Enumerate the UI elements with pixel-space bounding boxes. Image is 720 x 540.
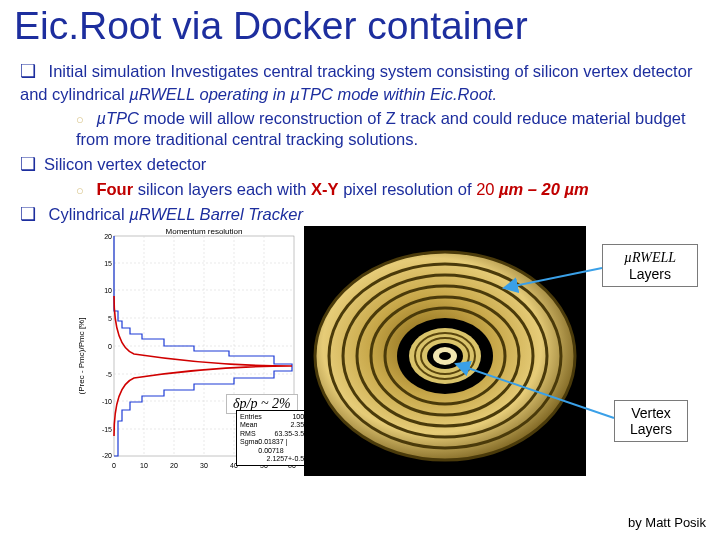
bullet-1: Initial simulation Investigates central … <box>20 60 704 106</box>
text: mode will allow reconstruction of Z trac… <box>76 109 686 149</box>
slide-title: Eic.Root via Docker container <box>14 4 528 48</box>
vertex-layers-label: Vertex Layers <box>614 400 688 442</box>
svg-text:0: 0 <box>108 343 112 350</box>
text-val: 20 <box>476 180 499 198</box>
text-xy: X-Y <box>311 180 339 198</box>
svg-text:-15: -15 <box>102 426 112 433</box>
svg-line-47 <box>456 364 614 418</box>
text-unit: µm – 20 µm <box>499 180 589 198</box>
legend-k: Sgma <box>240 438 258 455</box>
legend-k: Entries <box>240 413 262 421</box>
svg-text:Momentum resolution: Momentum resolution <box>166 227 243 236</box>
svg-text:(Prec - Pmc)/Pmc [%]: (Prec - Pmc)/Pmc [%] <box>77 318 86 395</box>
arrow-rwell <box>500 264 610 294</box>
bullet-2-sub: Four silicon layers each with X-Y pixel … <box>76 179 704 201</box>
text: Layers <box>630 421 672 437</box>
text: silicon layers each with <box>133 180 311 198</box>
author-credit: by Matt Posik <box>628 515 706 530</box>
bullet-2: Silicon vertex detector <box>20 153 704 177</box>
legend-v: 2.1257+-0.54 <box>267 455 308 463</box>
svg-text:20: 20 <box>170 462 178 469</box>
text: µTPC <box>96 109 139 127</box>
svg-text:10: 10 <box>140 462 148 469</box>
svg-text:15: 15 <box>104 260 112 267</box>
bullet-1-sub: µTPC mode will allow reconstruction of Z… <box>76 108 704 152</box>
text: Layers <box>629 266 671 282</box>
text: µTPC mode within Eic.Root. <box>290 85 497 103</box>
text: pixel resolution of <box>339 180 477 198</box>
svg-text:10: 10 <box>104 287 112 294</box>
svg-text:30: 30 <box>200 462 208 469</box>
rwell-layers-label: µRWELL Layers <box>602 244 698 287</box>
text: µRWELL Barrel Tracker <box>129 205 303 223</box>
text: Cylindrical <box>49 205 130 223</box>
text: µRWELL operating in <box>129 85 290 103</box>
svg-text:-5: -5 <box>106 371 112 378</box>
legend-v: 63.35-3.50 <box>275 430 308 438</box>
svg-line-46 <box>504 268 602 288</box>
svg-text:20: 20 <box>104 233 112 240</box>
legend-k: Mean <box>240 421 258 429</box>
svg-text:-10: -10 <box>102 398 112 405</box>
text: Vertex <box>631 405 671 421</box>
bullet-3: Cylindrical µRWELL Barrel Tracker <box>20 203 704 227</box>
legend-v: 0.01837 | 0.00718 <box>258 438 308 455</box>
arrow-vertex <box>450 358 620 428</box>
text-four: Four <box>96 180 133 198</box>
text: µRWELL <box>624 250 676 265</box>
legend-k: RMS <box>240 430 256 438</box>
fit-legend: Entries1000 Mean2.351 RMS63.35-3.50 Sgma… <box>236 410 312 466</box>
svg-text:5: 5 <box>108 315 112 322</box>
svg-text:0: 0 <box>112 462 116 469</box>
bullet-list: Initial simulation Investigates central … <box>20 60 704 228</box>
svg-text:-20: -20 <box>102 452 112 459</box>
